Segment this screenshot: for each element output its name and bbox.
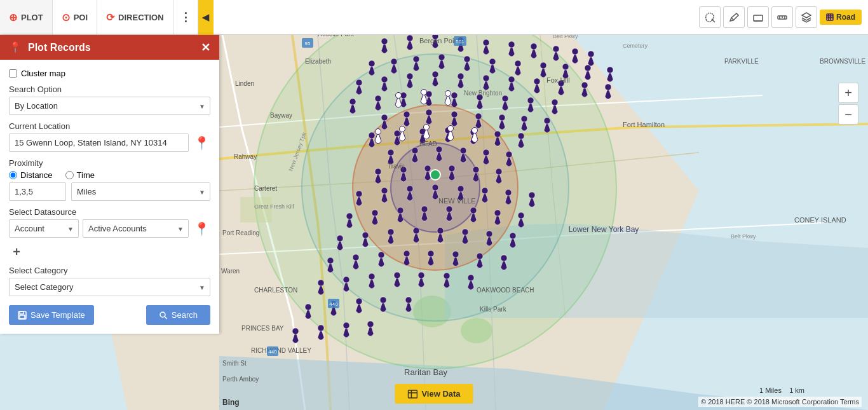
svg-text:RICHMOND VALLEY: RICHMOND VALLEY: [251, 347, 311, 354]
svg-text:Perth Amboy: Perth Amboy: [222, 376, 259, 383]
svg-text:95: 95: [305, 41, 311, 46]
lasso-tool-button[interactable]: [699, 6, 721, 28]
proximity-label: Proximity: [9, 158, 210, 168]
svg-point-131: [472, 128, 478, 133]
svg-point-57: [369, 132, 375, 139]
svg-point-65: [412, 147, 418, 154]
svg-point-38: [581, 82, 588, 88]
time-radio[interactable]: [65, 171, 74, 179]
svg-text:PRINCES BAY: PRINCES BAY: [241, 325, 284, 332]
svg-point-44: [451, 92, 458, 99]
arrow-toggle[interactable]: ◀: [198, 0, 214, 35]
svg-point-110: [369, 273, 375, 280]
svg-point-85: [372, 210, 378, 216]
svg-point-22: [464, 56, 470, 62]
svg-point-14: [531, 43, 537, 50]
svg-point-99: [510, 233, 516, 239]
save-template-button[interactable]: Save Template: [9, 305, 94, 325]
svg-point-9: [407, 35, 413, 41]
poi-icon: ⊙: [62, 11, 70, 24]
plot-button[interactable]: ⊕ PLOT: [0, 0, 53, 34]
svg-point-40: [349, 99, 356, 105]
pencil-tool-button[interactable]: [723, 6, 745, 28]
poi-button[interactable]: ⊙ POI: [53, 0, 97, 34]
svg-text:Travis: Travis: [388, 163, 405, 170]
distance-radio-item[interactable]: Distance: [9, 170, 53, 180]
svg-point-130: [448, 126, 454, 132]
svg-text:Kills Park: Kills Park: [480, 306, 507, 313]
svg-point-73: [449, 165, 455, 172]
svg-point-92: [337, 235, 343, 242]
road-toggle-button[interactable]: Road: [820, 10, 862, 25]
current-location-row: Current Location 📍: [9, 121, 210, 152]
svg-point-118: [380, 297, 386, 303]
panel-header: 📍 Plot Records ✕: [0, 35, 219, 60]
panel-close-button[interactable]: ✕: [201, 42, 210, 53]
current-location-input[interactable]: [9, 133, 189, 152]
svg-point-122: [343, 322, 349, 329]
current-location-label: Current Location: [9, 121, 210, 131]
svg-point-29: [356, 79, 362, 86]
svg-point-15: [553, 46, 559, 52]
datasource-account-select[interactable]: Account: [9, 219, 79, 238]
svg-point-13: [508, 41, 515, 48]
svg-text:Port Reading: Port Reading: [222, 229, 259, 236]
location-pin-icon[interactable]: 📍: [193, 134, 210, 152]
svg-point-17: [588, 51, 594, 57]
svg-point-100: [327, 257, 334, 264]
svg-point-52: [451, 111, 458, 118]
add-datasource-button[interactable]: +: [9, 244, 24, 259]
svg-point-102: [378, 252, 384, 258]
svg-text:Belt Pkwy: Belt Pkwy: [731, 233, 756, 240]
svg-rect-188: [20, 315, 25, 318]
unit-select[interactable]: Miles Kilometers Feet: [71, 182, 210, 201]
svg-point-67: [460, 147, 466, 154]
svg-point-55: [521, 116, 527, 122]
svg-text:CHARLESTON: CHARLESTON: [254, 287, 297, 294]
svg-point-104: [428, 250, 434, 257]
svg-text:Raritan Bay: Raritan Bay: [404, 367, 447, 377]
search-option-select-wrapper: By Location By Address By Coordinates ▼: [9, 97, 210, 115]
svg-point-72: [424, 165, 431, 172]
svg-point-54: [499, 114, 505, 121]
distance-value-input[interactable]: [9, 182, 66, 201]
svg-point-86: [397, 207, 403, 214]
more-button[interactable]: ⋮: [173, 0, 198, 34]
svg-point-107: [501, 255, 507, 261]
direction-icon: ⟳: [106, 11, 114, 24]
direction-label: DIRECTION: [118, 13, 164, 22]
cluster-map-checkbox[interactable]: [9, 69, 17, 78]
layers-tool-button[interactable]: [796, 6, 817, 28]
datasource-filter-wrapper: Active Accounts ▼: [83, 219, 189, 238]
svg-point-93: [362, 232, 369, 238]
svg-point-51: [426, 109, 432, 116]
measure-tool-button[interactable]: [771, 6, 793, 28]
svg-point-36: [534, 78, 540, 85]
distance-radio[interactable]: [9, 171, 17, 179]
category-select[interactable]: Select Category: [9, 278, 210, 296]
eraser-tool-button[interactable]: [747, 6, 769, 28]
svg-point-53: [475, 113, 482, 120]
svg-point-35: [508, 76, 515, 83]
view-data-button[interactable]: View Data: [395, 384, 473, 404]
search-button[interactable]: Search: [146, 305, 210, 325]
svg-point-48: [552, 99, 558, 106]
zoom-in-button[interactable]: +: [838, 83, 858, 103]
svg-point-98: [486, 231, 492, 237]
time-radio-item[interactable]: Time: [65, 170, 95, 180]
zoom-out-button[interactable]: −: [838, 104, 858, 125]
datasource-filter-select[interactable]: Active Accounts: [83, 219, 189, 238]
svg-point-77: [381, 188, 388, 194]
category-label: Select Category: [9, 266, 210, 275]
svg-text:Cemetery: Cemetery: [623, 43, 648, 49]
datasource-account-wrapper: Account ▼: [9, 219, 79, 238]
svg-text:Lower New York Bay: Lower New York Bay: [569, 225, 639, 234]
svg-point-115: [305, 304, 311, 310]
svg-text:Smith St: Smith St: [222, 360, 247, 367]
svg-point-113: [444, 273, 450, 279]
datasource-pin-icon[interactable]: 📍: [193, 220, 210, 238]
search-option-select[interactable]: By Location By Address By Coordinates: [9, 97, 210, 115]
direction-button[interactable]: ⟳ DIRECTION: [97, 0, 173, 34]
copyright-text: © 2018 HERE © 2018 Microsoft Corporation…: [701, 398, 859, 406]
svg-point-101: [353, 254, 359, 261]
